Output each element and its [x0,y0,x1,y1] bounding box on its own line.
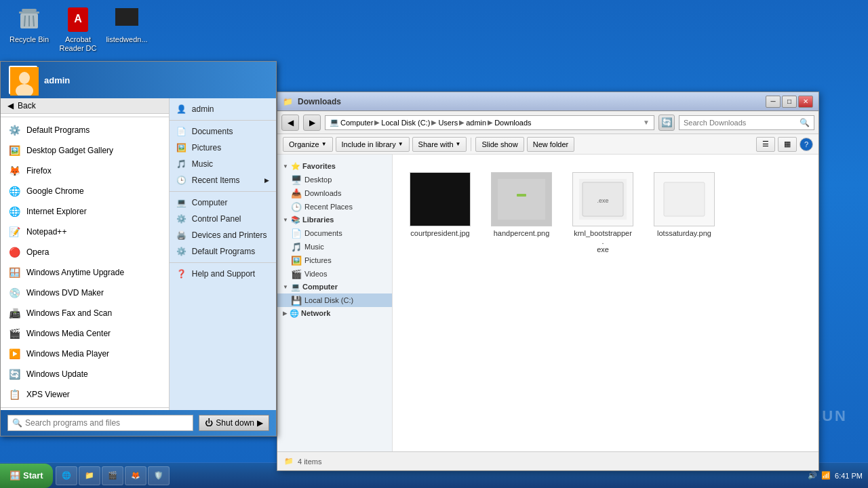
sm-right-documents[interactable]: 📄 Documents [170,123,276,140]
sm-right-devices[interactable]: 🖨️ Devices and Printers [170,227,276,243]
downloads-nav-label: Downloads [304,189,341,197]
share-arrow: ▼ [456,141,461,147]
network-header[interactable]: ▶ 🌐 Network [277,307,392,320]
sm-item-xps[interactable]: 📋 XPS Viewer [1,384,169,405]
taskbar-media[interactable]: 🎬 [102,466,123,485]
breadcrumb-downloads[interactable]: Downloads [494,119,531,127]
sm-item-default-programs[interactable]: ⚙️ Default Programs [1,120,169,140]
sm-item-win-media-center[interactable]: 🎬 Windows Media Center [1,323,169,344]
status-text: 4 items [298,458,321,466]
default-programs-right-label: Default Programs [192,247,255,256]
refresh-button[interactable]: 🔄 [658,115,675,131]
nav-lib-videos[interactable]: 🎬 Videos [277,267,392,281]
sm-right-music[interactable]: 🎵 Music [170,156,276,172]
sm-item-win-dvd[interactable]: 💿 Windows DVD Maker [1,283,169,303]
share-with-button[interactable]: Share with ▼ [412,137,467,152]
start-button[interactable]: 🪟 Start [0,464,53,488]
view-details-button[interactable]: ☰ [756,137,775,152]
sm-item-ie[interactable]: 🌐 Internet Explorer [1,201,169,222]
sm-item-firefox[interactable]: 🦊 Firefox [1,161,169,181]
nav-local-disk[interactable]: 💾 Local Disk (C:) [277,293,392,307]
forward-button[interactable]: ▶ [303,115,321,131]
breadcrumb-users[interactable]: Users [438,119,458,127]
libraries-header[interactable]: ▼ 📚 Libraries [277,214,392,226]
taskbar-ie[interactable]: 🌐 [56,466,77,485]
sm-right-default-programs[interactable]: ⚙️ Default Programs [170,243,276,260]
shutdown-button[interactable]: ⏻ Shut down ▶ [199,415,269,431]
back-label: Back [18,101,36,110]
documents-right-label: Documents [192,127,233,136]
documents-nav-label: Documents [304,229,342,237]
sm-item-win-fax[interactable]: 📠 Windows Fax and Scan [1,303,169,323]
sm-right-recent[interactable]: 🕒 Recent Items [170,172,276,188]
file-thumb-lotssaturday [654,172,715,226]
shutdown-arrow: ▶ [257,418,263,428]
new-folder-label: New folder [533,140,569,148]
win-dvd-icon: 💿 [7,286,21,300]
desktop-icon-recycle-bin[interactable]: Recycle Bin [5,5,53,44]
volume-icon[interactable]: 🔊 [808,471,817,480]
favorites-header[interactable]: ▼ ⭐ Favorites [277,160,392,173]
breadcrumb-local-disk[interactable]: Local Disk (C:) [381,119,430,127]
breadcrumb[interactable]: 💻 Computer ▶ Local Disk (C:) ▶ Users ▶ a… [325,115,654,130]
nav-desktop[interactable]: 🖥️ Desktop [277,173,392,186]
sm-item-win-update[interactable]: 🔄 Windows Update [1,364,169,384]
sm-item-google-chrome[interactable]: 🌐 Google Chrome [1,181,169,201]
nav-lib-music[interactable]: 🎵 Music [277,240,392,253]
content-pane: courtpresident.jpg handpercent.png [393,155,818,451]
desktop-icon-acrobat[interactable]: A AcrobatReader DC [54,5,102,53]
minimize-button[interactable]: ─ [766,96,781,108]
computer-header[interactable]: ▼ 💻 Computer [277,281,392,293]
taskbar-security[interactable]: 🛡️ [148,466,170,485]
svg-rect-20 [416,179,464,220]
desktop-icon-listedwedn[interactable]: listedwedn... [103,5,151,44]
file-item-krnl[interactable]: .exe krnl_bootstrapper.exe [569,168,637,258]
sm-item-win-anytime[interactable]: 🪟 Windows Anytime Upgrade [1,262,169,283]
sm-item-desktop-gadget[interactable]: 🖼️ Desktop Gadget Gallery [1,140,169,161]
notepadpp-sm-icon: 📝 [7,225,21,239]
include-in-library-button[interactable]: Include in library ▼ [336,137,410,152]
search-programs-input[interactable] [25,418,189,428]
sm-item-win-media-player[interactable]: ▶️ Windows Media Player [1,344,169,364]
win-media-center-label: Windows Media Center [26,329,111,338]
back-button-sm[interactable]: ◀ Back [1,98,169,114]
sm-right-computer[interactable]: 💻 Computer [170,195,276,211]
back-button[interactable]: ◀ [281,115,299,131]
breadcrumb-admin[interactable]: admin [466,119,486,127]
file-item-courtpresident[interactable]: courtpresident.jpg [406,168,474,258]
sm-item-notepadpp[interactable]: 📝 Notepad++ [1,222,169,242]
search-input[interactable] [684,119,797,127]
nav-lib-pictures[interactable]: 🖼️ Pictures [277,253,392,267]
new-folder-button[interactable]: New folder [527,137,575,152]
sm-right-pictures[interactable]: 🖼️ Pictures [170,140,276,156]
include-arrow: ▼ [398,141,403,147]
breadcrumb-computer[interactable]: Computer [340,119,373,127]
sm-right-help[interactable]: ❓ Help and Support [170,266,276,282]
nav-lib-documents[interactable]: 📄 Documents [277,226,392,240]
sm-item-opera[interactable]: 🔴 Opera [1,242,169,262]
nav-downloads[interactable]: 📥 Downloads [277,186,392,200]
network-triangle: ▶ [283,310,287,317]
videos-nav-icon: 🎬 [291,268,302,279]
sm-right-admin[interactable]: 👤 admin [170,101,276,117]
organize-button[interactable]: Organize ▼ [283,137,333,152]
close-button[interactable]: ✕ [798,96,813,108]
music-nav-icon: 🎵 [291,241,302,252]
file-item-handpercent[interactable]: handpercent.png [488,168,555,258]
music-right-label: Music [192,159,213,169]
taskbar-folder[interactable]: 📁 [79,466,100,485]
taskbar-firefox[interactable]: 🦊 [125,466,146,485]
search-icon[interactable]: 🔍 [800,118,810,127]
organize-arrow: ▼ [321,141,327,147]
slide-show-button[interactable]: Slide show [475,137,524,152]
maximize-button[interactable]: □ [782,96,797,108]
svg-text:A: A [74,13,82,24]
nav-recent-places[interactable]: 🕒 Recent Places [277,200,392,214]
network-taskbar-icon[interactable]: 📶 [821,471,831,480]
help-button[interactable]: ? [800,138,813,151]
search-box[interactable]: 🔍 [7,415,193,431]
sm-right-control-panel[interactable]: ⚙️ Control Panel [170,211,276,227]
view-medium-button[interactable]: ▦ [778,137,797,152]
search-bar[interactable]: 🔍 [679,115,814,130]
file-item-lotssaturday[interactable]: lotssaturday.png [650,168,718,258]
